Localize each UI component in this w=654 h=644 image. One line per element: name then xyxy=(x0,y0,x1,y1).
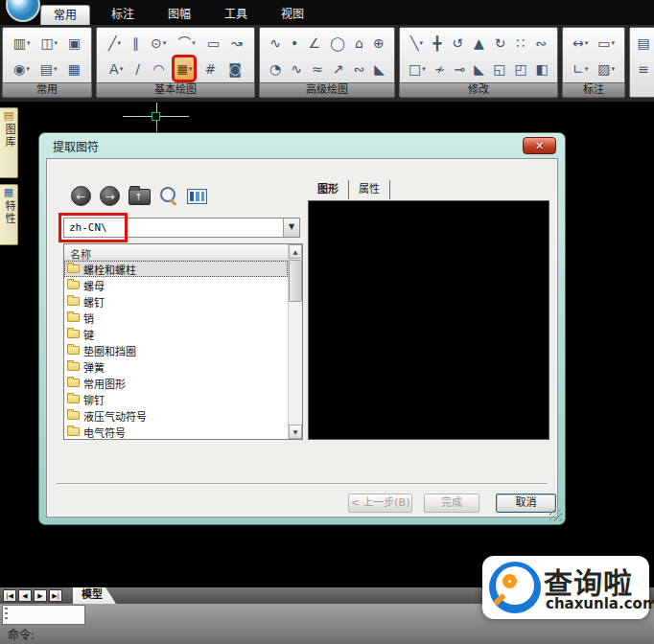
list-item[interactable]: 螺钉 xyxy=(64,293,288,310)
resize-grip[interactable] xyxy=(549,509,562,521)
finish-button[interactable]: 完成 xyxy=(424,494,479,513)
scroll-up-icon[interactable]: ▲ xyxy=(289,244,302,259)
plot-icon[interactable]: ▤▾ xyxy=(38,58,59,80)
ribbon-tab-工具[interactable]: 工具 xyxy=(212,5,260,25)
list-item[interactable]: 电气符号 xyxy=(64,424,288,439)
cone-icon[interactable]: ◣ xyxy=(372,58,386,80)
zoom-icon[interactable]: ◉▾ xyxy=(12,58,32,80)
ribbon-tab-常用[interactable]: 常用 xyxy=(40,5,90,25)
sheet-nav-icon-0[interactable]: |◀ xyxy=(3,589,16,602)
move-icon[interactable]: ╋ xyxy=(432,32,443,54)
tab-属性[interactable]: 属性 xyxy=(349,180,390,199)
cloud-line-icon[interactable]: ∾ xyxy=(351,58,366,80)
sheet-nav-icon-2[interactable]: ▶ xyxy=(34,589,47,602)
dropdown-arrow-icon[interactable]: ▾ xyxy=(611,65,615,73)
image-ref-icon[interactable]: ▣ xyxy=(66,32,82,54)
list-item[interactable]: 螺栓和螺柱 xyxy=(64,261,288,277)
dropdown-arrow-icon[interactable]: ▾ xyxy=(163,39,167,47)
dropdown-arrow-icon[interactable]: ▾ xyxy=(585,65,589,73)
merge-icon[interactable]: ◧ xyxy=(534,58,550,80)
list-item[interactable]: 常用图形 xyxy=(64,375,288,391)
sheet-nav-icon-3[interactable]: ▶| xyxy=(49,589,62,602)
dimension-edit-icon[interactable]: ▨▾ xyxy=(596,58,617,80)
wave-line-icon[interactable]: ∿ xyxy=(289,58,304,80)
point-icon[interactable]: • xyxy=(289,32,300,54)
list-item[interactable]: 销 xyxy=(64,310,288,326)
dropdown-arrow-icon[interactable]: ▾ xyxy=(611,39,615,47)
dropdown-arrow-icon[interactable]: ▾ xyxy=(422,65,426,73)
region-icon[interactable]: ◙ xyxy=(226,58,244,80)
dropdown-arrow-icon[interactable]: ▾ xyxy=(189,65,193,73)
hatch-icon[interactable]: # xyxy=(202,58,218,80)
list-item[interactable]: 弹簧 xyxy=(64,358,288,375)
list-item[interactable]: 液压气动符号 xyxy=(64,407,288,424)
offset-icon[interactable]: ∾ xyxy=(533,32,549,54)
dropdown-arrow-icon[interactable]: ▾ xyxy=(54,65,58,73)
array-icon[interactable]: ∷ xyxy=(514,32,526,54)
sidebar-tab-properties[interactable]: ▦特性 xyxy=(0,184,18,245)
ellipse-icon[interactable]: ◯ xyxy=(328,32,347,54)
text-icon[interactable]: A▾ xyxy=(107,58,125,80)
dropdown-arrow-icon[interactable]: ▾ xyxy=(27,39,31,47)
copy-object-icon[interactable]: ◰ xyxy=(512,58,528,80)
close-icon[interactable]: ✕ xyxy=(523,137,556,154)
arrow-icon[interactable]: ↗ xyxy=(331,58,346,80)
display-order-icon[interactable]: ▦ xyxy=(66,58,82,80)
path-combobox[interactable]: zh-CN\ ▼ xyxy=(63,218,300,238)
view-mode-icon[interactable] xyxy=(187,189,207,204)
sidebar-tab-library[interactable]: ▤图库 xyxy=(0,107,18,178)
erase-icon[interactable]: ╲▾ xyxy=(409,32,425,54)
circle-icon[interactable]: ⊙▾ xyxy=(149,32,168,54)
angle-line-icon[interactable]: ∠ xyxy=(306,32,322,54)
rect-select-icon[interactable]: □▾ xyxy=(407,58,428,80)
zigzag-line-icon[interactable]: ≈ xyxy=(310,58,325,80)
list-item[interactable]: 键 xyxy=(64,326,288,342)
sketch-icon[interactable]: ∕ xyxy=(133,58,142,80)
scrollbar-thumb[interactable] xyxy=(289,260,302,302)
ellipse-tool-icon[interactable]: ◠ xyxy=(151,58,166,80)
folder-up-icon[interactable]: ↑ xyxy=(128,189,151,205)
list-item[interactable]: 垫圈和挡圈 xyxy=(64,342,288,358)
cancel-button[interactable]: 取消 xyxy=(496,494,556,513)
vertical-scrollbar[interactable]: ▲ ▼ xyxy=(288,244,302,439)
dropdown-arrow-icon[interactable]: ▾ xyxy=(419,39,423,47)
balloon-icon[interactable]: ⊕ xyxy=(371,32,386,54)
mirror-icon[interactable]: ▲ xyxy=(472,32,486,54)
dropdown-arrow-icon[interactable]: ▾ xyxy=(117,39,121,47)
chamfer-icon[interactable]: ◣ xyxy=(472,58,486,80)
list-item[interactable]: 螺母 xyxy=(64,277,288,293)
line-icon[interactable]: ╱▾ xyxy=(106,32,123,54)
layer-lines-icon[interactable]: ≡ xyxy=(636,58,651,80)
dropdown-arrow-icon[interactable]: ▾ xyxy=(26,65,30,73)
dropdown-arrow-icon[interactable]: ▾ xyxy=(55,39,58,47)
back-icon[interactable]: ← xyxy=(71,186,91,206)
extend-icon[interactable]: ⊸ xyxy=(453,58,468,80)
paste-icon[interactable]: ▥▾ xyxy=(12,32,33,54)
stretch-icon[interactable]: ◱ xyxy=(491,58,507,80)
document-tool-icon[interactable]: ▤ xyxy=(635,32,651,54)
ribbon-tab-标注[interactable]: 标注 xyxy=(99,5,147,25)
dropdown-arrow-icon[interactable]: ▾ xyxy=(585,39,589,47)
ribbon-tab-图幅[interactable]: 图幅 xyxy=(155,5,203,25)
drag-handle-icon[interactable] xyxy=(5,608,8,622)
sheet-nav-icon-1[interactable]: ◀ xyxy=(18,589,32,602)
dropdown-arrow-icon[interactable]: ▾ xyxy=(120,65,124,73)
rectangle-icon[interactable]: ▭ xyxy=(205,32,222,54)
break-icon[interactable]: ≁ xyxy=(432,58,448,80)
parallel-line-icon[interactable]: ∥ xyxy=(130,32,141,54)
circular-array-icon[interactable]: ↻ xyxy=(493,32,508,54)
extract-symbol-icon[interactable]: ▦▾ xyxy=(175,58,194,80)
polyline-icon[interactable]: ↝ xyxy=(229,32,245,54)
scroll-down-icon[interactable]: ▼ xyxy=(289,425,302,439)
copy-icon[interactable]: ◫▾ xyxy=(38,32,59,54)
search-icon[interactable] xyxy=(158,186,179,207)
app-logo-icon[interactable] xyxy=(6,0,40,22)
arc-icon[interactable]: ⌒▾ xyxy=(175,32,198,54)
command-input[interactable] xyxy=(2,605,85,625)
pie-icon[interactable]: ◔ xyxy=(268,58,283,80)
coordinate-dimension-icon[interactable]: ∟▾ xyxy=(571,58,590,80)
chevron-down-icon[interactable]: ▼ xyxy=(283,218,299,237)
spline-icon[interactable]: ∿ xyxy=(268,32,283,54)
linear-dimension-icon[interactable]: ↔▾ xyxy=(571,32,590,54)
tab-图形[interactable]: 图形 xyxy=(308,180,349,199)
